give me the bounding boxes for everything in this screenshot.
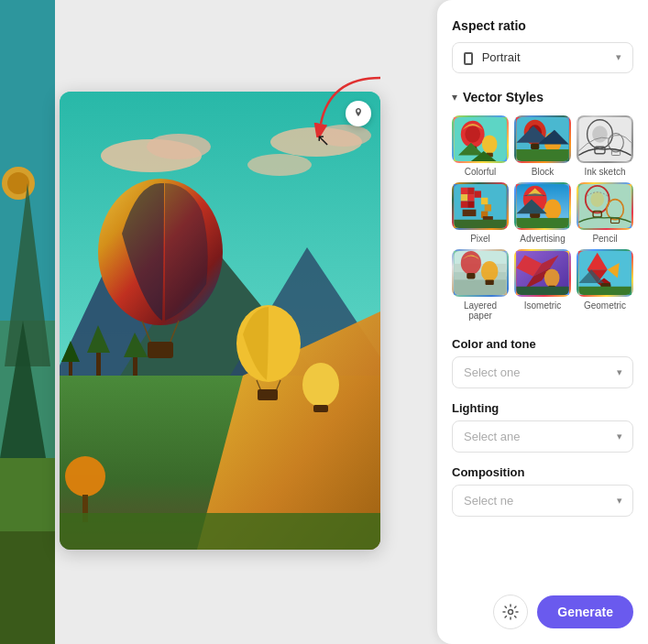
style-item-block[interactable]: Block <box>514 115 571 177</box>
svg-rect-7 <box>0 531 55 644</box>
svg-point-43 <box>482 135 498 153</box>
lighting-select[interactable]: Select ane <box>452 420 633 453</box>
color-tone-label: Color and tone <box>452 337 633 351</box>
composition-section: Composition Select ne ▾ <box>452 465 633 517</box>
lighting-wrapper: Select ane ▾ <box>452 420 633 453</box>
color-and-tone-section: Color and tone Select one ▾ <box>452 337 633 388</box>
style-label-colorful: Colorful <box>465 167 496 177</box>
svg-rect-71 <box>481 197 488 203</box>
svg-point-101 <box>544 268 560 287</box>
image-pin[interactable] <box>346 101 371 126</box>
vector-styles-chevron: ▾ <box>452 91 457 104</box>
right-panel: Aspect ratio Portrait ▾ ▾ Vector Styles <box>437 0 648 644</box>
svg-rect-30 <box>148 342 173 358</box>
style-label-layered: Layered paper <box>452 300 509 321</box>
svg-rect-75 <box>454 219 506 227</box>
svg-rect-23 <box>69 362 72 376</box>
style-thumb-advertising <box>514 182 571 230</box>
style-thumb-inksketch <box>577 115 633 163</box>
style-item-pencil[interactable]: Pencil <box>577 182 633 244</box>
svg-point-35 <box>302 363 339 407</box>
bottom-toolbar: Generate <box>493 595 633 629</box>
style-label-isometric: Isometric <box>524 300 562 311</box>
svg-point-13 <box>247 154 312 176</box>
svg-rect-68 <box>461 201 467 207</box>
settings-icon <box>502 604 519 620</box>
style-item-geometric[interactable]: Geometric <box>577 249 633 321</box>
svg-rect-81 <box>516 217 568 227</box>
aspect-ratio-label: Aspect ratio <box>452 18 633 33</box>
balloon-scene <box>60 92 380 550</box>
style-item-advertising[interactable]: Advertising <box>514 182 571 244</box>
style-item-isometric[interactable]: Isometric <box>514 249 571 321</box>
svg-point-85 <box>590 191 604 207</box>
svg-point-112 <box>509 610 513 615</box>
svg-point-25 <box>65 456 105 497</box>
style-label-pencil: Pencil <box>592 234 617 244</box>
lighting-section: Lighting Select ane ▾ <box>452 401 633 453</box>
composition-select[interactable]: Select ne <box>452 485 633 517</box>
style-thumb-pixel <box>452 182 509 230</box>
vector-styles-header[interactable]: ▾ Vector Styles <box>452 90 633 104</box>
lighting-label: Lighting <box>452 401 633 415</box>
side-image <box>0 0 55 644</box>
svg-point-79 <box>544 199 561 219</box>
svg-rect-96 <box>486 279 494 285</box>
generate-button[interactable]: Generate <box>537 595 633 628</box>
svg-rect-53 <box>516 149 568 161</box>
svg-rect-34 <box>258 389 278 400</box>
svg-rect-65 <box>461 194 467 201</box>
settings-button[interactable] <box>493 595 528 629</box>
main-image <box>60 92 380 550</box>
svg-rect-50 <box>531 143 539 148</box>
svg-rect-69 <box>467 201 474 207</box>
svg-rect-64 <box>467 187 474 193</box>
svg-rect-94 <box>467 273 475 278</box>
style-item-colorful[interactable]: Colorful <box>452 115 509 177</box>
svg-rect-63 <box>461 187 467 193</box>
svg-rect-19 <box>96 353 101 376</box>
vector-styles-label: Vector Styles <box>463 90 544 104</box>
composition-wrapper: Select ne ▾ <box>452 485 633 517</box>
svg-rect-37 <box>60 513 380 550</box>
svg-rect-103 <box>516 286 568 294</box>
style-label-pixel: Pixel <box>470 234 490 244</box>
color-tone-wrapper: Select one ▾ <box>452 356 633 388</box>
svg-rect-72 <box>485 204 491 211</box>
svg-rect-110 <box>578 286 631 294</box>
style-label-inksketch: Ink sketch <box>584 167 625 177</box>
svg-rect-21 <box>133 357 137 376</box>
aspect-ratio-value: Portrait <box>464 50 521 65</box>
composition-label: Composition <box>452 465 633 479</box>
svg-point-95 <box>481 261 498 281</box>
aspect-ratio-dropdown[interactable]: Portrait ▾ <box>452 42 633 73</box>
style-label-advertising: Advertising <box>520 234 565 244</box>
style-label-geometric: Geometric <box>584 300 626 311</box>
portrait-icon <box>464 52 473 65</box>
svg-point-3 <box>7 172 29 194</box>
styles-grid: Colorful Block <box>452 115 633 321</box>
svg-rect-67 <box>475 191 481 197</box>
svg-rect-70 <box>463 209 477 215</box>
svg-point-58 <box>592 126 608 142</box>
svg-point-41 <box>465 126 480 142</box>
style-thumb-block <box>514 115 571 163</box>
svg-point-93 <box>461 251 481 275</box>
style-item-pixel[interactable]: Pixel <box>452 182 509 244</box>
svg-point-10 <box>147 134 211 159</box>
style-item-layered[interactable]: Layered paper <box>452 249 509 321</box>
side-image-strip <box>0 0 55 644</box>
style-item-inksketch[interactable]: Ink sketch <box>577 115 633 177</box>
style-thumb-layered <box>452 249 509 297</box>
style-thumb-isometric <box>514 249 571 297</box>
aspect-dropdown-chevron: ▾ <box>616 51 621 63</box>
svg-point-12 <box>316 125 371 147</box>
style-thumb-colorful <box>452 115 509 163</box>
style-label-block: Block <box>532 167 554 177</box>
color-tone-select[interactable]: Select one <box>452 356 633 388</box>
svg-rect-66 <box>467 194 474 201</box>
style-thumb-pencil <box>577 182 633 230</box>
main-container: ↖ Aspect ratio Portrait ▾ ▾ Vector Style… <box>0 0 648 644</box>
svg-rect-36 <box>313 405 328 412</box>
style-thumb-geometric <box>577 249 633 297</box>
